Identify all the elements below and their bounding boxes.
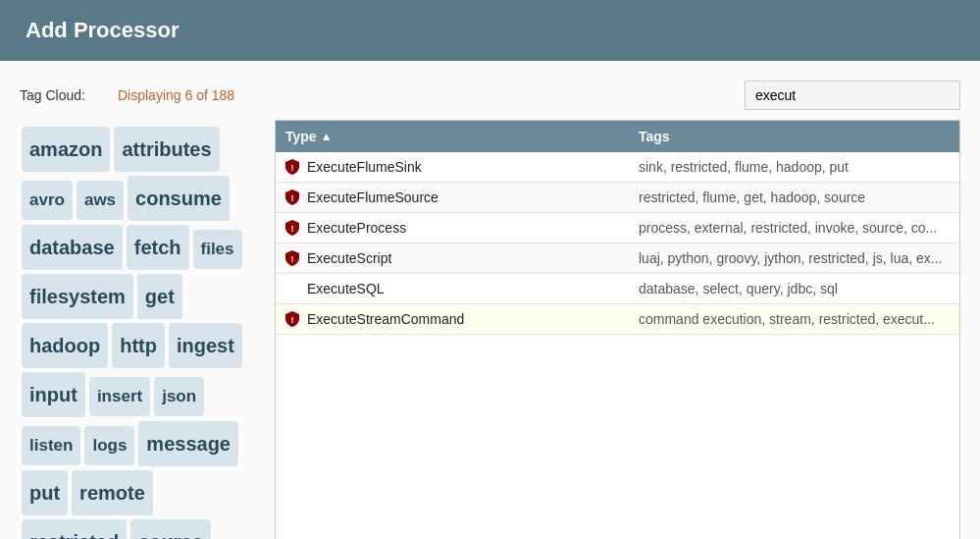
svg-text:!: ! [291, 315, 294, 325]
tag-input[interactable]: input [22, 372, 85, 417]
tag-logs[interactable]: logs [84, 426, 134, 465]
tag-cloud-label: Tag Cloud: [20, 87, 98, 103]
tag-message[interactable]: message [138, 421, 238, 466]
tag-files[interactable]: files [193, 230, 242, 269]
row-type-name: ExecuteFlumeSink [307, 159, 422, 175]
shield-icon: ! [285, 159, 299, 175]
table-header: Type ▲ Tags [276, 121, 959, 152]
top-bar: Tag Cloud: Displaying 6 of 188 [20, 81, 960, 110]
row-tags-5: command execution, stream, restricted, e… [639, 311, 950, 327]
shield-icon: ! [285, 250, 299, 266]
table-row[interactable]: ! ExecuteFlumeSinksink, restricted, flum… [276, 152, 959, 183]
shield-icon: ! [285, 189, 299, 205]
tag-json[interactable]: json [154, 377, 204, 416]
table-row[interactable]: ExecuteSQLdatabase, select, query, jdbc,… [276, 274, 959, 304]
tag-ingest[interactable]: ingest [169, 323, 242, 368]
row-type-5: ! ExecuteStreamCommand [285, 311, 639, 327]
page-header: Add Processor [0, 0, 980, 61]
shield-icon: ! [285, 311, 299, 327]
tag-restricted[interactable]: restricted [22, 519, 127, 539]
row-type-4: ExecuteSQL [285, 281, 639, 296]
tag-amazon[interactable]: amazon [22, 127, 110, 172]
tag-listen[interactable]: listen [22, 426, 80, 465]
row-type-3: ! ExecuteScript [285, 250, 639, 266]
row-type-name: ExecuteSQL [307, 281, 385, 296]
table-body: ! ExecuteFlumeSinksink, restricted, flum… [276, 152, 959, 335]
processor-table: Type ▲ Tags ! ExecuteFlumeSinksink, rest… [275, 120, 960, 539]
tag-source[interactable]: source [130, 519, 211, 539]
row-type-2: ! ExecuteProcess [285, 220, 639, 236]
row-tags-4: database, select, query, jdbc, sql [639, 281, 950, 296]
tag-consume[interactable]: consume [128, 176, 230, 221]
tag-put[interactable]: put [22, 470, 68, 515]
page-title: Add Processor [26, 18, 180, 42]
tag-filesystem[interactable]: filesystem [22, 274, 133, 319]
col-header-type[interactable]: Type ▲ [285, 129, 639, 144]
displaying-text: Displaying 6 of 188 [118, 87, 745, 103]
row-tags-3: luaj, python, groovy, jython, restricted… [639, 250, 950, 266]
shield-icon: ! [285, 220, 299, 236]
tag-fetch[interactable]: fetch [127, 225, 189, 270]
svg-text:!: ! [291, 193, 294, 203]
row-tags-2: process, external, restricted, invoke, s… [639, 220, 950, 236]
row-type-0: ! ExecuteFlumeSink [285, 159, 639, 175]
row-type-1: ! ExecuteFlumeSource [285, 189, 639, 205]
table-row[interactable]: ! ExecuteProcessprocess, external, restr… [276, 213, 959, 243]
row-tags-0: sink, restricted, flume, hadoop, put [639, 159, 950, 175]
row-type-name: ExecuteProcess [307, 220, 406, 236]
svg-text:!: ! [291, 163, 294, 173]
tag-remote[interactable]: remote [72, 470, 153, 515]
tag-attributes[interactable]: attributes [114, 127, 219, 172]
row-tags-1: restricted, flume, get, hadoop, source [639, 189, 950, 205]
tag-insert[interactable]: insert [89, 377, 150, 416]
sort-arrow-icon: ▲ [321, 130, 333, 143]
content-area: amazonattributesavroawsconsumedatabasefe… [20, 120, 960, 539]
row-type-name: ExecuteFlumeSource [307, 189, 438, 205]
tag-hadoop[interactable]: hadoop [22, 323, 108, 368]
tag-get[interactable]: get [137, 274, 182, 319]
main-content: Tag Cloud: Displaying 6 of 188 amazonatt… [0, 61, 980, 539]
row-type-name: ExecuteScript [307, 250, 391, 266]
tag-cloud: amazonattributesavroawsconsumedatabasefe… [20, 120, 275, 539]
svg-text:!: ! [291, 224, 294, 234]
svg-text:!: ! [291, 254, 294, 264]
search-input[interactable] [745, 81, 960, 110]
table-row[interactable]: ! ExecuteFlumeSourcerestricted, flume, g… [276, 183, 959, 213]
col-header-tags: Tags [639, 129, 950, 144]
table-row[interactable]: ! ExecuteStreamCommandcommand execution,… [276, 304, 959, 335]
table-row[interactable]: ! ExecuteScriptluaj, python, groovy, jyt… [276, 243, 959, 274]
row-type-name: ExecuteStreamCommand [307, 311, 464, 327]
tag-avro[interactable]: avro [22, 181, 73, 220]
tag-http[interactable]: http [112, 323, 165, 368]
tag-aws[interactable]: aws [77, 181, 124, 220]
tag-database[interactable]: database [22, 225, 123, 270]
